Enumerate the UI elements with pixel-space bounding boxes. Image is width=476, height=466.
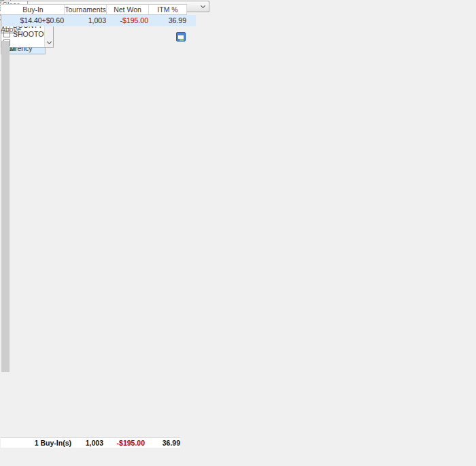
- cell-buy-in: $14.40+$0.60: [3, 15, 65, 26]
- cell-net-won: -$195.00: [107, 15, 150, 26]
- results-row-selected[interactable]: $14.40+$0.60 1,003 -$195.00 36.99: [1, 15, 196, 27]
- results-table-header: Buy-In Tournaments Net Won ITM %: [1, 4, 187, 15]
- scrollbar-thumb[interactable]: [1, 41, 10, 372]
- row-highlight-extension: [188, 15, 196, 26]
- save-icon[interactable]: [176, 32, 186, 41]
- total-buy-in: 1 Buy-In(s): [2, 439, 71, 447]
- results-totals-row: 1 Buy-In(s) 1,003 -$195.00 36.99: [1, 437, 180, 448]
- column-header-itm[interactable]: ITM %: [149, 5, 187, 14]
- results-grid-panel: Buy-In Tournaments Net Won ITM % $14.40+…: [0, 0, 1, 1]
- total-tournaments: 1,003: [71, 439, 103, 447]
- cell-itm: 36.99: [150, 15, 188, 26]
- report-settings-window: Report Settings Name: Report Stats Game …: [0, 0, 476, 466]
- column-header-tournaments[interactable]: Tournaments: [65, 5, 107, 14]
- cell-tournaments: 1,003: [65, 15, 107, 26]
- total-itm: 36.99: [145, 439, 180, 447]
- chevron-down-icon: [201, 3, 205, 7]
- scroll-down-icon[interactable]: [45, 39, 54, 47]
- total-net-won: -$195.00: [103, 439, 145, 447]
- column-header-net-won[interactable]: Net Won: [107, 5, 149, 14]
- column-header-buy-in[interactable]: Buy-In: [2, 5, 65, 14]
